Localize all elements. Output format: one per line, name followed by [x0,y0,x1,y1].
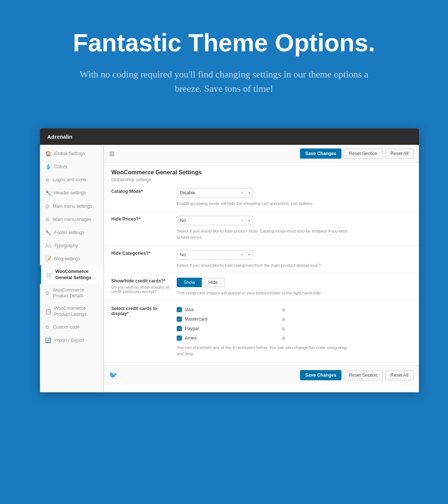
top-bar: Adrenalin [40,128,419,145]
toggle-btn-show-show-hide-credit-cards[interactable]: Show [177,278,202,287]
credit-card-item-amex: ✓Amex⊕ [177,335,286,341]
settings-container: Catalog Mode*Disable×▾Enabling catalog m… [104,184,419,362]
credit-card-item-visa: ✓Visa⊕ [177,307,286,313]
card-name-visa: Visa [185,307,193,312]
save-changes-top-button[interactable]: Save Changes [300,148,341,159]
help-text-show-hide-credit-cards: This credit card images will appear in y… [177,290,351,296]
setting-sublabel-show-hide-credit-cards: Do you wish to show images of credit car… [111,285,172,294]
credit-card-item-mastercard: ✓Mastercard⊕ [177,316,286,322]
sidebar-label-colors: Colors [54,164,67,170]
reset-all-top-button[interactable]: Reset All [385,148,414,159]
card-name-paypal: Paypal [185,326,199,331]
setting-content-col-catalog-mode: Disable×▾Enabling catalog mode will hide… [177,184,419,211]
credit-card-item-paypal: ✓Paypal⊕ [177,326,286,332]
setting-row-hide-categories: Hide Categories?*No×▾Select if you would… [104,246,419,273]
setting-label-hide-categories: Hide Categories?* [111,251,172,256]
toolbar-top: ▦ Save Changes Reset Section Reset All [104,145,419,163]
sidebar-icon-global-settings: 🏠 [45,150,51,157]
grid-icon: ▦ [109,150,115,157]
reset-all-bottom-button[interactable]: Reset All [385,370,414,380]
sidebar: 🏠Global Settings💧Colors🖥Logos and icons🔧… [40,145,104,392]
drag-handle-amex[interactable]: ⊕ [281,335,286,341]
setting-label-show-hide-credit-cards: Show/hide credit cards?* [111,278,172,283]
help-text-select-credit-cards: You can show/hide any of the 4 card type… [177,345,351,357]
main-panel: ▦ Save Changes Reset Section Reset All W… [104,145,419,392]
sidebar-item-colors[interactable]: 💧Colors [40,160,103,173]
sidebar-icon-woocommerce-product-details: ⚙ [45,290,50,296]
select-arrow-hide-prices[interactable]: ▾ [245,217,253,225]
sidebar-item-logos-icons[interactable]: 🖥Logos and icons [40,173,103,186]
reset-section-top-button[interactable]: Reset Section [344,148,383,159]
setting-content-col-hide-prices: No×▾Select if you would like to hide pri… [177,211,419,245]
sidebar-icon-woocommerce-general: 🛒 [46,271,52,278]
select-value-catalog-mode: Disable [177,188,239,197]
select-catalog-mode[interactable]: Disable×▾ [177,188,253,198]
setting-row-catalog-mode: Catalog Mode*Disable×▾Enabling catalog m… [104,184,419,211]
content-area: 🏠Global Settings💧Colors🖥Logos and icons🔧… [40,145,419,392]
sidebar-item-woocommerce-product-listings[interactable]: 📋WooCommerce Product Listings [40,302,103,321]
card-left-paypal: ✓Paypal [177,326,199,331]
card-left-mastercard: ✓Mastercard [177,317,208,322]
sidebar-item-header-settings[interactable]: 🔧Header settings [40,186,103,199]
sidebar-icon-footer-settings: 🔧 [45,229,51,236]
setting-label-catalog-mode: Catalog Mode* [111,189,172,194]
select-clear-catalog-mode[interactable]: × [239,189,245,197]
drag-handle-paypal[interactable]: ⊕ [281,326,286,332]
bottom-bar: 🐦 Save Changes Reset Section Reset All [104,365,419,385]
toolbar-right: Save Changes Reset Section Reset All [300,148,414,159]
hero-section: Fantastic Theme Options. With no coding … [0,0,448,118]
setting-content-col-hide-categories: No×▾Select if you would like to hide cat… [177,246,419,273]
select-hide-prices[interactable]: No×▾ [177,216,253,225]
toggle-btn-hide-show-hide-credit-cards[interactable]: Hide [202,278,225,287]
brand-name: Adrenalin [47,134,72,140]
select-clear-hide-prices[interactable]: × [239,217,245,225]
sidebar-item-woocommerce-general[interactable]: 🛒WooCommerce General Settings [40,265,103,284]
setting-label-col-hide-prices: Hide Prices?* [104,211,177,227]
select-clear-hide-categories[interactable]: × [239,251,245,259]
setting-label-col-catalog-mode: Catalog Mode* [104,184,177,199]
sidebar-item-main-menu-settings[interactable]: ⚙Main menu settings [40,200,103,213]
sidebar-item-custom-code[interactable]: ⚙Custom code [40,321,103,334]
hero-subtitle: With no coding required you'll find chan… [75,67,373,96]
checkbox-visa[interactable]: ✓ [177,307,182,312]
sidebar-item-import-export[interactable]: 🔄Import / Export [40,334,103,347]
twitter-icon: 🐦 [109,371,117,379]
sidebar-label-main-menu-settings: Main menu settings [53,203,92,209]
drag-handle-visa[interactable]: ⊕ [281,307,286,313]
sidebar-label-custom-code: Custom code [53,324,80,330]
bottom-toolbar-right: Save Changes Reset Section Reset All [300,370,414,380]
sidebar-label-woocommerce-product-listings: WooCommerce Product Listings [54,305,98,317]
credit-card-list: ✓Visa⊕✓Mastercard⊕✓Paypal⊕✓Amex⊕ [177,307,412,341]
section-header: WooCommerce General Settings Global shop… [104,163,419,184]
card-left-amex: ✓Amex [177,336,196,341]
setting-label-col-show-hide-credit-cards: Show/hide credit cards?*Do you wish to s… [104,273,177,299]
setting-label-col-select-credit-cards: Select credit cards to display* [104,301,177,321]
drag-handle-mastercard[interactable]: ⊕ [281,316,286,322]
sidebar-label-typography: Typography [54,243,78,249]
select-arrow-hide-categories[interactable]: ▾ [245,251,253,258]
toolbar-left: ▦ [109,150,115,157]
sidebar-icon-import-export: 🔄 [45,337,51,344]
reset-section-bottom-button[interactable]: Reset Section [344,370,383,380]
sidebar-label-header-settings: Header settings [54,190,86,196]
sidebar-icon-main-menu-settings: ⚙ [45,203,50,210]
save-changes-bottom-button[interactable]: Save Changes [300,370,341,380]
sidebar-item-footer-settings[interactable]: 🔧Footer settings [40,226,103,239]
help-text-catalog-mode: Enabling catalog mode will hide the shop… [177,201,351,207]
sidebar-label-blog-settings: Blog settings [54,256,80,262]
sidebar-item-main-menu-images[interactable]: 🖥Main menu images [40,213,103,226]
checkbox-paypal[interactable]: ✓ [177,326,182,331]
checkbox-amex[interactable]: ✓ [177,336,182,341]
sidebar-item-typography[interactable]: AaTypography [40,239,103,252]
sidebar-icon-colors: 💧 [45,163,51,170]
checkbox-mastercard[interactable]: ✓ [177,317,182,322]
sidebar-icon-blog-settings: 📝 [45,255,51,262]
select-hide-categories[interactable]: No×▾ [177,250,253,259]
card-name-mastercard: Mastercard [185,317,208,322]
sidebar-label-import-export: Import / Export [54,337,84,343]
sidebar-item-global-settings[interactable]: 🏠Global Settings [40,147,103,160]
sidebar-item-woocommerce-product-details[interactable]: ⚙WooCommerce Product Details [40,284,103,302]
select-value-hide-prices: No [177,216,239,225]
select-arrow-catalog-mode[interactable]: ▾ [245,189,253,197]
sidebar-item-blog-settings[interactable]: 📝Blog settings [40,252,103,265]
